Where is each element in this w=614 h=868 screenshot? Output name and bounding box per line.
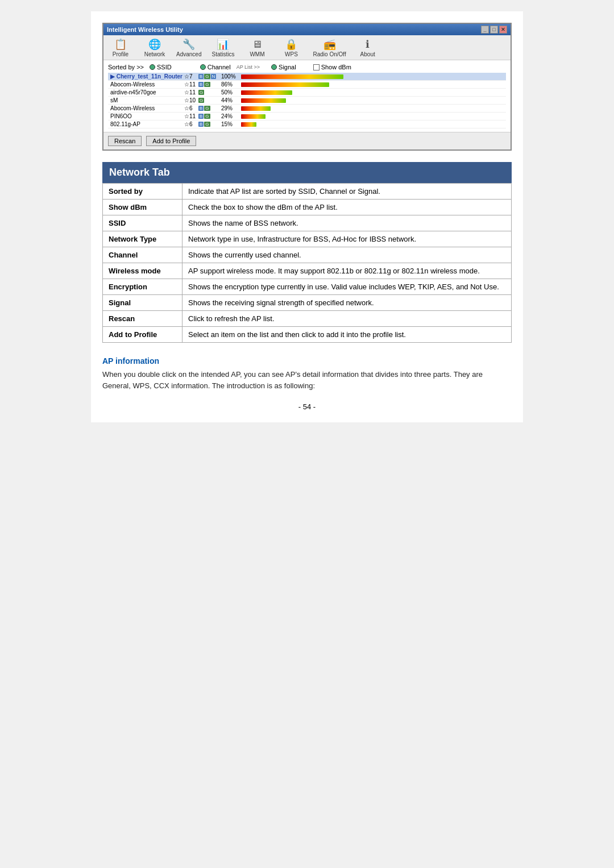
ap-icon: ☆6 — [184, 121, 198, 127]
ap-ssid: PIN6OO — [110, 113, 184, 119]
radio-icon: 📻 — [322, 38, 338, 51]
toolbar-wps[interactable]: 🔒 WPS — [279, 38, 304, 57]
show-dbm-label: Show dBm — [321, 64, 351, 70]
filter-row: Sorted by >> SSID Channel AP List >> Sig… — [108, 64, 506, 70]
table-row: Show dBm Check the box to show the dBm o… — [103, 200, 512, 215]
ap-row[interactable]: Abocom-Wireless ☆6 BG 29% — [108, 105, 506, 113]
wireless-utility-window: Intelligent Wireless Utility _ □ ✕ 📋 Pro… — [102, 23, 512, 151]
window-titlebar: Intelligent Wireless Utility _ □ ✕ — [103, 24, 511, 35]
close-button[interactable]: ✕ — [499, 26, 507, 34]
add-to-profile-button[interactable]: Add to Profile — [146, 136, 196, 146]
ap-list-label: AP List >> — [237, 64, 260, 70]
ap-list: ▶ Cherry_test_11n_Router ☆7 BGN 100% Abo… — [108, 73, 506, 128]
ap-icon: ☆11 — [184, 81, 198, 88]
wmm-icon: 🖥 — [249, 38, 265, 51]
channel-radio-indicator — [200, 64, 206, 70]
ap-enc: BG — [198, 114, 221, 119]
ap-sig-pct: 29% — [221, 105, 241, 111]
ap-signal-bar — [241, 98, 286, 103]
ap-signal-bar — [241, 122, 256, 127]
ap-icon: ☆11 — [184, 89, 198, 95]
toolbar-radio[interactable]: 📻 Radio On/Off — [313, 38, 346, 57]
signal-col: Signal — [271, 64, 296, 70]
channel-radio-label: Channel — [208, 64, 231, 70]
row-desc: Network type in use, Infrastructure for … — [182, 231, 512, 247]
ap-icon: ☆11 — [184, 113, 198, 119]
ap-enc: BGN — [198, 74, 221, 79]
ssid-radio-label: SSID — [157, 64, 172, 70]
ap-signal-bar — [241, 74, 343, 79]
ap-ssid: sM — [110, 97, 184, 103]
network-icon: 🌐 — [147, 38, 163, 51]
row-label: SSID — [103, 215, 182, 231]
table-row: Encryption Shows the encryption type cur… — [103, 279, 512, 295]
ap-ssid: airdive-n45r70goe — [110, 89, 184, 95]
rescan-button[interactable]: Rescan — [108, 136, 142, 146]
row-label: Show dBm — [103, 200, 182, 215]
maximize-button[interactable]: □ — [490, 26, 498, 34]
row-label: Encryption — [103, 279, 182, 295]
row-label: Channel — [103, 247, 182, 263]
ap-information-text: When you double click on the intended AP… — [102, 369, 512, 391]
statistics-icon: 📊 — [215, 38, 231, 51]
ap-ssid: ▶ Cherry_test_11n_Router — [110, 73, 184, 80]
ap-ssid: 802.11g-AP — [110, 121, 184, 127]
row-label: Rescan — [103, 311, 182, 327]
sorted-by-label: Sorted by >> — [108, 64, 144, 70]
toolbar: 📋 Profile 🌐 Network 🔧 Advanced 📊 Statist… — [103, 35, 511, 60]
ap-signal-bar — [241, 82, 329, 87]
ap-row[interactable]: Abocom-Wireless ☆11 BG 86% — [108, 81, 506, 89]
section-title: Network Tab — [102, 162, 512, 183]
row-desc: Shows the name of BSS network. — [182, 215, 512, 231]
ap-sig-pct: 50% — [221, 89, 241, 95]
page-container: Intelligent Wireless Utility _ □ ✕ 📋 Pro… — [91, 11, 523, 422]
ap-row[interactable]: PIN6OO ☆11 BG 24% — [108, 113, 506, 121]
ap-icon: ☆7 — [184, 73, 198, 80]
ap-signal-bar — [241, 90, 292, 95]
table-row: Wireless mode AP support wireless mode. … — [103, 263, 512, 279]
toolbar-about[interactable]: ℹ About — [355, 38, 380, 57]
row-desc: Shows the currently used channel. — [182, 247, 512, 263]
show-dbm-checkbox[interactable]: Show dBm — [313, 64, 351, 70]
dbm-checkbox-box[interactable] — [313, 64, 320, 70]
ap-information-section: AP information When you double click on … — [102, 356, 512, 391]
row-desc: Shows the encryption type currently in u… — [182, 279, 512, 295]
ap-signal-bar — [241, 106, 271, 111]
ssid-radio[interactable]: SSID — [150, 64, 172, 70]
signal-radio-indicator — [271, 64, 277, 70]
ap-row[interactable]: airdive-n45r70goe ☆11 G 50% — [108, 89, 506, 97]
row-desc: Indicate that AP list are sorted by SSID… — [182, 184, 512, 200]
ap-sig-pct: 100% — [221, 73, 241, 80]
ssid-radio-indicator — [150, 64, 155, 70]
ap-row[interactable]: sM ☆10 G 44% — [108, 97, 506, 105]
table-row: Signal Shows the receiving signal streng… — [103, 295, 512, 311]
toolbar-statistics[interactable]: 📊 Statistics — [210, 38, 235, 57]
profile-icon: 📋 — [113, 38, 128, 51]
table-row: Network Type Network type in use, Infras… — [103, 231, 512, 247]
minimize-button[interactable]: _ — [481, 26, 489, 34]
toolbar-wmm[interactable]: 🖥 WMM — [244, 38, 269, 57]
ap-enc: G — [198, 90, 221, 95]
table-row: Add to Profile Select an item on the lis… — [103, 327, 512, 343]
ap-enc: G — [198, 98, 221, 103]
toolbar-profile[interactable]: 📋 Profile — [108, 38, 133, 57]
ap-sig-pct: 24% — [221, 113, 241, 119]
table-row: Rescan Click to refresh the AP list. — [103, 311, 512, 327]
row-label: Wireless mode — [103, 263, 182, 279]
ap-sig-pct: 86% — [221, 81, 241, 88]
ap-row[interactable]: 802.11g-AP ☆6 BG 15% — [108, 121, 506, 128]
table-row: Sorted by Indicate that AP list are sort… — [103, 184, 512, 200]
ap-information-title: AP information — [102, 356, 512, 366]
toolbar-network[interactable]: 🌐 Network — [142, 38, 167, 57]
about-icon: ℹ — [360, 38, 376, 51]
row-label: Network Type — [103, 231, 182, 247]
ap-list-content: Sorted by >> SSID Channel AP List >> Sig… — [103, 60, 511, 132]
toolbar-advanced[interactable]: 🔧 Advanced — [176, 38, 201, 57]
row-desc: Check the box to show the dBm of the AP … — [182, 200, 512, 215]
window-title: Intelligent Wireless Utility — [107, 26, 183, 33]
network-tab-table: Sorted by Indicate that AP list are sort… — [102, 183, 512, 343]
ap-icon: ☆10 — [184, 97, 198, 103]
row-desc: AP support wireless mode. It may support… — [182, 263, 512, 279]
ap-row[interactable]: ▶ Cherry_test_11n_Router ☆7 BGN 100% — [108, 73, 506, 81]
table-row: Channel Shows the currently used channel… — [103, 247, 512, 263]
